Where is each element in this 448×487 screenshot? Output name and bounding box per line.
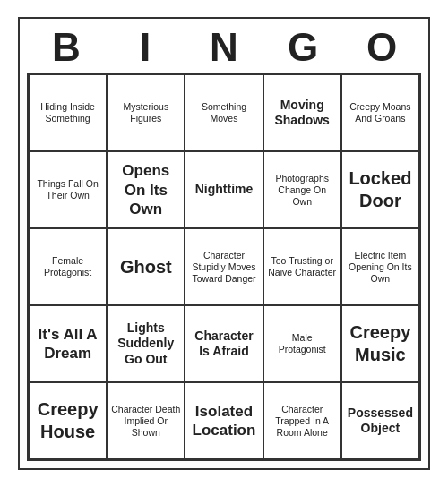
bingo-cell[interactable]: Electric Item Opening On Its Own bbox=[341, 228, 419, 305]
bingo-cell[interactable]: Possessed Object bbox=[341, 382, 419, 459]
bingo-card: B I N G O Hiding Inside SomethingMysteri… bbox=[18, 17, 430, 470]
bingo-cell[interactable]: It's All A Dream bbox=[29, 305, 107, 382]
letter-b: B bbox=[27, 26, 106, 69]
bingo-cell[interactable]: Creepy Music bbox=[341, 305, 419, 382]
bingo-cell[interactable]: Something Moves bbox=[185, 74, 263, 151]
bingo-cell[interactable]: Opens On Its Own bbox=[107, 151, 185, 228]
bingo-cell[interactable]: Mysterious Figures bbox=[107, 74, 185, 151]
bingo-cell[interactable]: Ghost bbox=[107, 228, 185, 305]
bingo-cell[interactable]: Nighttime bbox=[185, 151, 263, 228]
bingo-cell[interactable]: Character Trapped In A Room Alone bbox=[263, 382, 341, 459]
letter-i: I bbox=[106, 26, 185, 69]
bingo-cell[interactable]: Hiding Inside Something bbox=[29, 74, 107, 151]
bingo-cell[interactable]: Character Death Implied Or Shown bbox=[107, 382, 185, 459]
bingo-cell[interactable]: Photographs Change On Own bbox=[263, 151, 341, 228]
bingo-cell[interactable]: Creepy House bbox=[29, 382, 107, 459]
letter-n: N bbox=[185, 26, 263, 69]
letter-o: O bbox=[342, 26, 421, 69]
bingo-header: B I N G O bbox=[27, 26, 421, 69]
bingo-cell[interactable]: Isolated Location bbox=[185, 382, 263, 459]
bingo-cell[interactable]: Moving Shadows bbox=[263, 74, 341, 151]
bingo-cell[interactable]: Character Is Afraid bbox=[185, 305, 263, 382]
bingo-cell[interactable]: Things Fall On Their Own bbox=[29, 151, 107, 228]
bingo-cell[interactable]: Creepy Moans And Groans bbox=[341, 74, 419, 151]
bingo-cell[interactable]: Character Stupidly Moves Toward Danger bbox=[185, 228, 263, 305]
bingo-cell[interactable]: Locked Door bbox=[341, 151, 419, 228]
bingo-grid: Hiding Inside SomethingMysterious Figure… bbox=[27, 73, 421, 461]
bingo-cell[interactable]: Too Trusting or Naive Character bbox=[263, 228, 341, 305]
letter-g: G bbox=[263, 26, 342, 69]
bingo-cell[interactable]: Male Protagonist bbox=[263, 305, 341, 382]
bingo-cell[interactable]: Female Protagonist bbox=[29, 228, 107, 305]
bingo-cell[interactable]: Lights Suddenly Go Out bbox=[107, 305, 185, 382]
